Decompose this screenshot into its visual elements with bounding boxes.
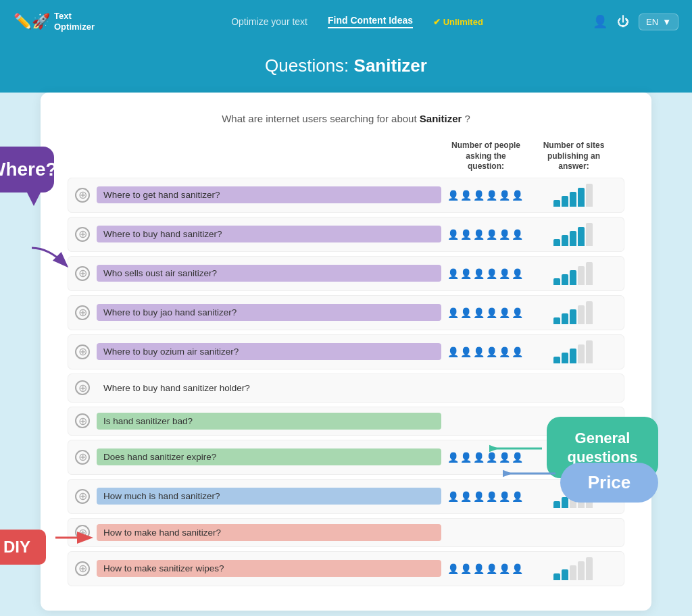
sites-col	[529, 184, 617, 207]
sites-col	[529, 262, 617, 285]
arrow-diy-icon	[53, 528, 93, 550]
bar-active	[578, 227, 585, 246]
table-row: ⊕Is hand sanitizer bad?	[68, 407, 624, 436]
bar-chart	[553, 301, 593, 324]
bar-active	[562, 353, 568, 363]
table-row: ⊕Where to buy jao hand sanitizer?👤👤👤👤👤👤	[68, 295, 624, 330]
people-col: 👤👤👤👤👤👤	[441, 268, 529, 279]
person-inactive-icon: 👤	[512, 268, 523, 279]
questions-list: ⊕Where to get hand sanitizer?👤👤👤👤👤👤⊕Wher…	[68, 178, 624, 586]
sites-col	[529, 301, 617, 324]
table-row: ⊕How to make sanitizer wipes?👤👤👤👤👤👤	[68, 551, 624, 586]
header-actions: 👤 ⏻ EN ▼	[593, 14, 678, 30]
expand-button[interactable]: ⊕	[75, 227, 90, 242]
person-active-icon: 👤	[447, 190, 459, 201]
person-active-icon: 👤	[473, 190, 485, 201]
sub-heading-prefix: What are internet users searching for ab…	[222, 113, 420, 124]
expand-button[interactable]: ⊕	[75, 344, 90, 359]
sites-col	[529, 340, 617, 363]
table-row: ⊕How to make hand sanitizer?	[68, 518, 624, 547]
people-col: 👤👤👤👤👤👤	[441, 346, 529, 357]
logo-text-line1: Text	[54, 11, 95, 22]
bar-active	[562, 196, 568, 207]
bar-inactive	[578, 561, 585, 580]
person-active-icon: 👤	[447, 268, 459, 279]
bar-active	[562, 274, 568, 285]
question-label: Is hand sanitizer bad?	[97, 413, 441, 430]
person-inactive-icon: 👤	[499, 563, 510, 574]
question-label: Where to buy ozium air sanitizer?	[97, 343, 441, 360]
nav-links: Optimize your text Find Content Ideas ✔ …	[135, 15, 579, 28]
expand-button[interactable]: ⊕	[75, 380, 90, 395]
expand-button[interactable]: ⊕	[75, 305, 90, 320]
person-inactive-icon: 👤	[486, 307, 497, 318]
expand-button[interactable]: ⊕	[75, 266, 90, 281]
bar-chart	[553, 557, 593, 580]
lang-dropdown[interactable]: EN ▼	[639, 14, 678, 30]
question-label: Does hand sanitizer expire?	[97, 448, 441, 465]
question-label: Where to buy hand sanitizer?	[97, 226, 441, 242]
bar-active	[570, 349, 576, 363]
bar-active	[553, 573, 560, 580]
bar-active	[553, 278, 560, 285]
people-col: 👤👤👤👤👤👤	[441, 229, 529, 240]
person-inactive-icon: 👤	[486, 268, 497, 279]
person-inactive-icon: 👤	[499, 307, 510, 318]
people-col: 👤👤👤👤👤👤	[441, 563, 529, 574]
sub-heading: What are internet users searching for ab…	[68, 113, 624, 124]
person-active-icon: 👤	[473, 307, 485, 318]
bar-inactive	[586, 223, 593, 246]
bar-active	[570, 309, 576, 324]
bar-active	[553, 501, 560, 508]
person-inactive-icon: 👤	[512, 190, 523, 201]
person-inactive-icon: 👤	[473, 452, 485, 463]
person-inactive-icon: 👤	[499, 268, 510, 279]
person-active-icon: 👤	[460, 190, 472, 201]
person-inactive-icon: 👤	[486, 563, 497, 574]
power-icon[interactable]: ⏻	[617, 15, 629, 29]
person-active-icon: 👤	[473, 229, 485, 240]
person-inactive-icon: 👤	[499, 190, 510, 201]
callout-price: Price	[560, 463, 658, 503]
person-inactive-icon: 👤	[512, 229, 523, 240]
page-title-area: Questions: Sanitizer	[0, 43, 692, 93]
people-col: 👤👤👤👤👤👤	[441, 307, 529, 318]
expand-button[interactable]: ⊕	[75, 561, 90, 576]
question-label: Who sells oust air sanitizer?	[97, 265, 441, 282]
nav-optimize[interactable]: Optimize your text	[231, 16, 307, 27]
chevron-down-icon: ▼	[662, 17, 671, 27]
person-inactive-icon: 👤	[486, 491, 497, 502]
expand-button[interactable]: ⊕	[75, 450, 90, 465]
col-header-people: Number of peopleasking thequestion:	[442, 140, 530, 172]
person-inactive-icon: 👤	[486, 346, 497, 357]
header: ✏️🚀 Text Optimizer Optimize your text Fi…	[0, 0, 692, 43]
bar-inactive	[586, 184, 593, 207]
person-inactive-icon: 👤	[499, 346, 510, 357]
bar-active	[562, 235, 568, 246]
bar-inactive	[586, 262, 593, 285]
table-row: ⊕Who sells oust air sanitizer?👤👤👤👤👤👤	[68, 256, 624, 291]
person-inactive-icon: 👤	[499, 491, 510, 502]
nav-find-content[interactable]: Find Content Ideas	[328, 15, 413, 28]
table-row: ⊕Where to get hand sanitizer?👤👤👤👤👤👤	[68, 178, 624, 213]
bar-active	[553, 357, 560, 363]
people-col: 👤👤👤👤👤👤	[441, 491, 529, 502]
person-active-icon: 👤	[473, 346, 485, 357]
expand-button[interactable]: ⊕	[75, 413, 90, 428]
main-container: Where? Generalquestions	[41, 93, 651, 611]
bar-active	[570, 231, 576, 246]
bar-inactive	[586, 301, 593, 324]
arrow-general-icon	[489, 438, 543, 461]
bar-chart	[553, 340, 593, 363]
question-label: How much is hand sanitizer?	[97, 488, 441, 505]
people-col: 👤👤👤👤👤👤	[441, 190, 529, 201]
table-headers: Number of peopleasking thequestion: Numb…	[68, 140, 624, 172]
expand-button[interactable]: ⊕	[75, 489, 90, 504]
user-icon[interactable]: 👤	[593, 14, 608, 29]
person-active-icon: 👤	[473, 268, 485, 279]
person-active-icon: 👤	[460, 268, 472, 279]
question-label: How to make sanitizer wipes?	[97, 560, 441, 577]
expand-button[interactable]: ⊕	[75, 188, 90, 203]
bar-inactive	[586, 557, 593, 580]
person-active-icon: 👤	[460, 491, 472, 502]
